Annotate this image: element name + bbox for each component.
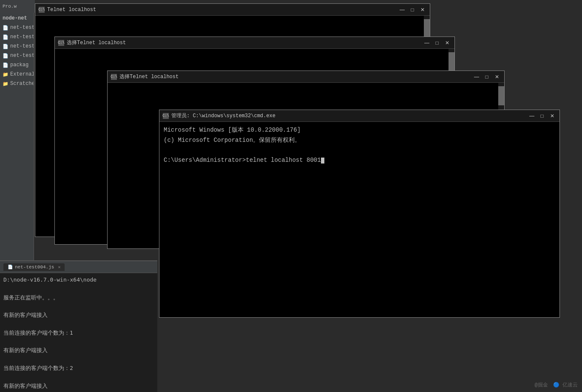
- terminal-line-4: 有新的客户端接入: [3, 346, 154, 355]
- cmd-window-3-minimize[interactable]: —: [473, 73, 480, 80]
- terminal-line-6: 有新的客户端接入: [3, 382, 154, 391]
- cmd-window-3-controls: — □ ✕: [473, 73, 501, 80]
- cmd-line-1: (c) Microsoft Corporation。保留所有权利。: [164, 137, 301, 144]
- cmd-window-4-title: 管理员: C:\windows\system32\cmd.exe: [171, 112, 275, 119]
- cmd-window-4-content: Microsoft Windows [版本 10.0.22000.176] (c…: [159, 122, 559, 169]
- sidebar-item-external-label: External Li: [10, 71, 34, 77]
- sidebar-item-0[interactable]: 📄 net-test: [0, 23, 34, 32]
- cmd-line-3: C:\Users\Administrator>telnet localhost …: [164, 157, 324, 164]
- cmd-window-4-title-area: C:\ 管理员: C:\windows\system32\cmd.exe: [163, 112, 275, 119]
- cmd-line-0: Microsoft Windows [版本 10.0.22000.176]: [164, 127, 301, 133]
- cmd-window-3-title-area: C:\ 选择Telnet localhost: [111, 73, 179, 80]
- terminal-line-0: D:\node-v16.7.0-win-x64\node: [3, 276, 154, 285]
- cmd-window-4-titlebar: C:\ 管理员: C:\windows\system32\cmd.exe — □…: [159, 110, 559, 122]
- cmd-window-3-close[interactable]: ✕: [493, 73, 501, 80]
- watermark: @掘金 🔵 亿速云: [535, 381, 578, 389]
- cmd-window-2-maximize[interactable]: □: [433, 39, 441, 46]
- cmd-window-1-controls: — □ ✕: [398, 6, 426, 13]
- terminal-line-1: 服务正在监听中。。。: [3, 293, 154, 302]
- sidebar-item-3-label: net-test: [10, 53, 34, 59]
- sidebar-item-4[interactable]: 📄 packag: [0, 60, 34, 70]
- cmd-window-1-title-area: C:\ Telnet localhost: [39, 7, 96, 13]
- terminal-line-3: 当前连接的客户端个数为：1: [3, 329, 154, 338]
- cmd-window-1-titlebar: C:\ Telnet localhost — □ ✕: [35, 4, 430, 16]
- cmd-window-2-minimize[interactable]: —: [423, 39, 431, 46]
- sidebar-item-4-label: packag: [10, 62, 28, 68]
- sidebar-header: node-net: [0, 14, 34, 23]
- cmd-window-2-close[interactable]: ✕: [443, 39, 451, 46]
- cmd-window-4-minimize[interactable]: —: [528, 113, 536, 119]
- cmd-window-3-titlebar: C:\ 选择Telnet localhost — □ ✕: [108, 71, 504, 83]
- terminal-line-5: 当前连接的客户端个数为：2: [3, 364, 154, 373]
- cmd-window-4-maximize[interactable]: □: [538, 113, 546, 119]
- cmd-window-1-maximize[interactable]: □: [409, 6, 416, 13]
- terminal-tab-bar: 📄 net-test004.js ✕: [0, 261, 157, 273]
- terminal-tab[interactable]: 📄 net-test004.js ✕: [3, 263, 65, 271]
- cmd-window-4-close[interactable]: ✕: [548, 113, 556, 119]
- sidebar-item-2[interactable]: 📄 net-test: [0, 42, 34, 51]
- cmd-window-1-icon: C:\: [39, 7, 45, 13]
- sidebar-item-3[interactable]: 📄 net-test: [0, 51, 34, 60]
- cmd-window-2-icon: C:\: [58, 40, 64, 46]
- terminal-tab-label: net-test004.js: [15, 265, 54, 270]
- cmd-window-3-icon: C:\: [111, 74, 117, 80]
- sidebar-item-1[interactable]: 📄 net-test: [0, 32, 34, 42]
- cmd-window-2-titlebar: C:\ 选择Telnet localhost — □ ✕: [55, 37, 454, 49]
- sidebar-item-1-label: net-test: [10, 34, 34, 40]
- cmd-window-1-title: Telnet localhost: [47, 7, 96, 13]
- terminal-panel: 📄 net-test004.js ✕ D:\node-v16.7.0-win-x…: [0, 260, 157, 392]
- sidebar-item-external[interactable]: 📁 External Li: [0, 70, 34, 79]
- cmd-window-4-admin[interactable]: C:\ 管理员: C:\windows\system32\cmd.exe — □…: [159, 110, 560, 318]
- cmd-window-2-controls: — □ ✕: [423, 39, 451, 46]
- cmd-window-2-title: 选择Telnet localhost: [67, 39, 126, 46]
- cmd-window-3-title: 选择Telnet localhost: [119, 73, 179, 80]
- cmd-window-1-minimize[interactable]: —: [398, 6, 406, 13]
- terminal-output: D:\node-v16.7.0-win-x64\node 服务正在监听中。。。 …: [0, 273, 157, 392]
- ide-topbar: Pro.w: [0, 0, 35, 13]
- terminal-line-2: 有新的客户端接入: [3, 311, 154, 320]
- cmd-window-2-title-area: C:\ 选择Telnet localhost: [58, 39, 126, 46]
- sidebar-item-2-label: net-test: [10, 43, 34, 49]
- watermark-yisuyun: 🔵 亿速云: [553, 381, 578, 389]
- cmd-window-1-close[interactable]: ✕: [419, 6, 426, 13]
- sidebar-item-scratches[interactable]: 📁 Scratches: [0, 79, 34, 88]
- sidebar-item-scratches-label: Scratches: [10, 81, 34, 87]
- cmd-window-4-body: Microsoft Windows [版本 10.0.22000.176] (c…: [159, 122, 559, 317]
- cmd-window-4-icon: C:\: [163, 113, 169, 119]
- cmd-window-4-controls: — □ ✕: [528, 113, 556, 119]
- watermark-juejin: @掘金: [535, 381, 548, 389]
- cmd-window-3-maximize[interactable]: □: [483, 73, 491, 80]
- sidebar-item-0-label: net-test: [10, 25, 34, 31]
- ide-logo: Pro.w: [3, 4, 17, 9]
